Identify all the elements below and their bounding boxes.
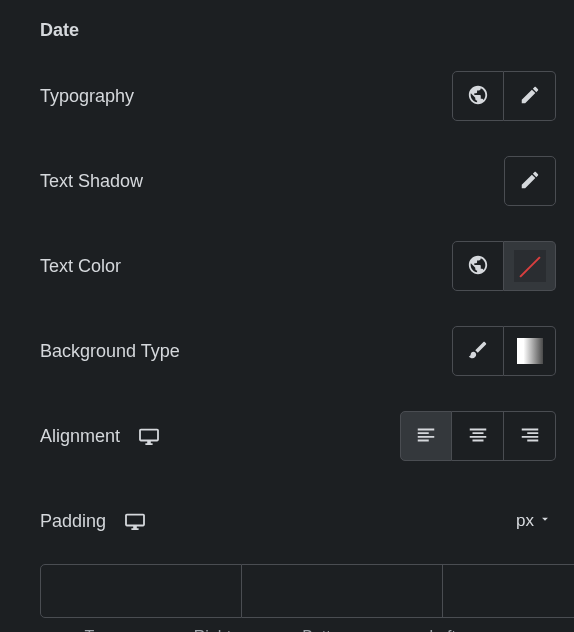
- padding-label: Padding: [40, 511, 106, 532]
- padding-right-input[interactable]: [242, 564, 443, 618]
- text-color-row: Text Color: [40, 241, 556, 291]
- text-color-label: Text Color: [40, 256, 121, 277]
- alignment-row: Alignment: [40, 411, 556, 461]
- typography-controls: [452, 71, 556, 121]
- align-center-icon: [467, 424, 489, 449]
- align-right-icon: [519, 424, 541, 449]
- text-shadow-edit-button[interactable]: [504, 156, 556, 206]
- background-type-row: Background Type: [40, 326, 556, 376]
- text-shadow-label: Text Shadow: [40, 171, 143, 192]
- padding-top-input[interactable]: [40, 564, 242, 618]
- responsive-toggle[interactable]: [124, 512, 146, 530]
- padding-left-label: Left: [385, 628, 500, 632]
- padding-side-labels: Top Right Bottom Left: [40, 628, 556, 632]
- text-shadow-row: Text Shadow: [40, 156, 556, 206]
- padding-row-header: Padding px: [40, 496, 556, 546]
- alignment-controls: [400, 411, 556, 461]
- typography-label: Typography: [40, 86, 134, 107]
- text-color-controls: [452, 241, 556, 291]
- color-none-icon: [514, 250, 546, 282]
- responsive-toggle[interactable]: [138, 427, 160, 445]
- typography-row: Typography: [40, 71, 556, 121]
- padding-unit-select[interactable]: px: [516, 511, 556, 531]
- background-gradient-button[interactable]: [504, 326, 556, 376]
- align-left-icon: [415, 424, 437, 449]
- background-classic-button[interactable]: [452, 326, 504, 376]
- chevron-down-icon: [538, 511, 552, 531]
- spacer: [500, 628, 556, 632]
- typography-globe-button[interactable]: [452, 71, 504, 121]
- text-color-swatch-button[interactable]: [504, 241, 556, 291]
- brush-icon: [467, 339, 489, 364]
- globe-icon: [467, 254, 489, 279]
- padding-right-label: Right: [155, 628, 270, 632]
- padding-inputs: [40, 564, 556, 618]
- padding-unit-value: px: [516, 511, 534, 531]
- section-title: Date: [40, 20, 556, 41]
- background-type-controls: [452, 326, 556, 376]
- text-color-globe-button[interactable]: [452, 241, 504, 291]
- gradient-icon: [517, 338, 543, 364]
- typography-edit-button[interactable]: [504, 71, 556, 121]
- globe-icon: [467, 84, 489, 109]
- alignment-label-group: Alignment: [40, 426, 160, 447]
- padding-bottom-label: Bottom: [270, 628, 385, 632]
- align-left-button[interactable]: [400, 411, 452, 461]
- padding-bottom-input[interactable]: [443, 564, 574, 618]
- pencil-icon: [519, 84, 541, 109]
- pencil-icon: [519, 169, 541, 194]
- alignment-label: Alignment: [40, 426, 120, 447]
- padding-top-label: Top: [40, 628, 155, 632]
- align-right-button[interactable]: [504, 411, 556, 461]
- align-center-button[interactable]: [452, 411, 504, 461]
- background-type-label: Background Type: [40, 341, 180, 362]
- padding-label-group: Padding: [40, 511, 146, 532]
